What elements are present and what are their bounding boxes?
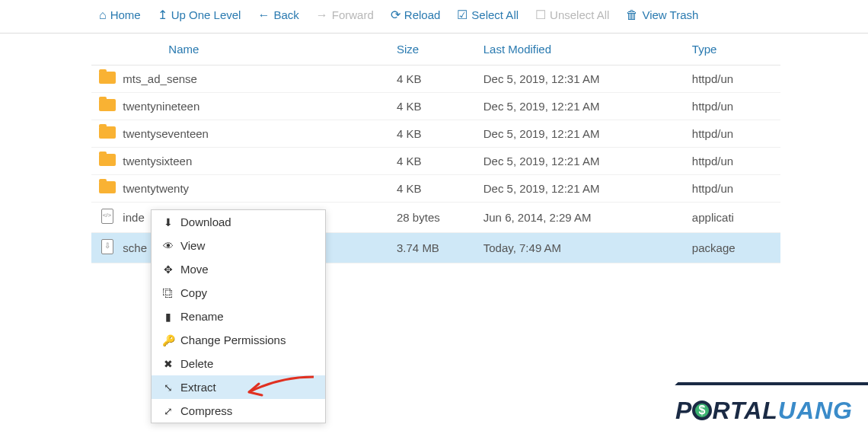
context-permissions-label: Change Permissions: [180, 333, 286, 346]
context-delete-label: Delete: [180, 357, 213, 370]
download-icon: ⬇: [162, 216, 174, 228]
col-size-header[interactable]: Size: [391, 34, 477, 65]
up-one-level-button[interactable]: ↥ Up One Level: [158, 8, 241, 22]
folder-icon: [99, 181, 116, 193]
row-size: 4 KB: [391, 120, 477, 148]
reload-icon: ⟳: [391, 8, 400, 22]
row-name: twentyseventeen: [123, 120, 391, 148]
context-copy[interactable]: ⿻ Copy: [152, 281, 325, 305]
row-name: twentytwenty: [123, 175, 391, 203]
row-type: httpd/un: [686, 120, 780, 148]
row-icon-cell: [91, 148, 123, 175]
row-type: package: [686, 233, 780, 263]
row-icon-cell: [91, 120, 123, 148]
check-icon: ☑: [457, 8, 468, 22]
x-icon: ✖: [162, 358, 174, 370]
context-rename[interactable]: ▮ Rename: [152, 305, 325, 328]
context-move-label: Move: [180, 263, 209, 276]
row-icon-cell: [91, 203, 123, 233]
forward-label: Forward: [332, 8, 374, 21]
eye-icon: 👁: [162, 240, 174, 252]
table-row[interactable]: twentysixteen4 KBDec 5, 2019, 12:21 AMht…: [91, 148, 780, 175]
row-size: 28 bytes: [391, 203, 477, 233]
row-modified: Jun 6, 2014, 2:29 AM: [477, 203, 686, 233]
table-row[interactable]: twentynineteen4 KBDec 5, 2019, 12:21 AMh…: [91, 93, 780, 120]
row-size: 4 KB: [391, 93, 477, 120]
col-icon-header[interactable]: [91, 34, 123, 65]
row-modified: Dec 5, 2019, 12:21 AM: [477, 148, 686, 175]
file-table-wrap: Name Size Last Modified Type mts_ad_sens…: [0, 34, 868, 263]
toolbar: ⌂ Home ↥ Up One Level ← Back → Forward ⟳…: [0, 0, 868, 34]
context-download-label: Download: [180, 215, 231, 228]
code-file-icon: [101, 209, 113, 224]
context-delete[interactable]: ✖ Delete: [152, 352, 325, 375]
copy-icon: ⿻: [162, 287, 174, 299]
home-icon: ⌂: [99, 8, 107, 22]
context-rename-label: Rename: [180, 310, 224, 323]
row-name: twentysixteen: [123, 148, 391, 175]
context-permissions[interactable]: 🔑 Change Permissions: [152, 328, 325, 352]
row-modified: Today, 7:49 AM: [477, 233, 686, 263]
view-trash-label: View Trash: [642, 8, 698, 21]
row-name: twentynineteen: [123, 93, 391, 120]
row-size: 3.74 MB: [391, 233, 477, 263]
row-type: applicati: [686, 203, 780, 233]
context-view[interactable]: 👁 View: [152, 234, 325, 257]
row-modified: Dec 5, 2019, 12:31 AM: [477, 65, 686, 93]
key-icon: 🔑: [162, 334, 174, 346]
col-type-header[interactable]: Type: [686, 34, 780, 65]
context-menu: ⬇ Download 👁 View ✥ Move ⿻ Copy ▮ Rename…: [151, 209, 326, 423]
row-modified: Dec 5, 2019, 12:21 AM: [477, 175, 686, 203]
row-size: 4 KB: [391, 175, 477, 203]
up-arrow-icon: ↥: [158, 8, 168, 22]
select-all-label: Select All: [471, 8, 519, 21]
folder-icon: [99, 72, 116, 84]
reload-button[interactable]: ⟳ Reload: [391, 8, 441, 22]
context-view-label: View: [180, 239, 205, 252]
view-trash-button[interactable]: 🗑 View Trash: [626, 8, 698, 22]
back-button[interactable]: ← Back: [257, 8, 298, 22]
select-all-button[interactable]: ☑ Select All: [457, 8, 519, 22]
row-icon-cell: [91, 65, 123, 93]
row-icon-cell: [91, 175, 123, 203]
row-icon-cell: [91, 233, 123, 263]
watermark-uang: UANG: [778, 397, 853, 424]
table-row[interactable]: twentytwenty4 KBDec 5, 2019, 12:21 AMhtt…: [91, 175, 780, 203]
context-extract-label: Extract: [180, 381, 216, 394]
home-button[interactable]: ⌂ Home: [99, 8, 141, 22]
row-type: httpd/un: [686, 175, 780, 203]
row-modified: Dec 5, 2019, 12:21 AM: [477, 93, 686, 120]
home-label: Home: [110, 8, 141, 21]
row-modified: Dec 5, 2019, 12:21 AM: [477, 120, 686, 148]
watermark-text: P$RTALUANG: [675, 397, 853, 425]
row-size: 4 KB: [391, 65, 477, 93]
row-name: mts_ad_sense: [123, 65, 391, 93]
table-row[interactable]: mts_ad_sense4 KBDec 5, 2019, 12:31 AMhtt…: [91, 65, 780, 93]
up-label: Up One Level: [171, 8, 241, 21]
file-icon: ▮: [162, 311, 174, 323]
move-icon: ✥: [162, 263, 174, 276]
watermark: P$RTALUANG: [624, 382, 868, 434]
row-type: httpd/un: [686, 93, 780, 120]
table-row[interactable]: twentyseventeen4 KBDec 5, 2019, 12:21 AM…: [91, 120, 780, 148]
unselect-all-label: Unselect All: [550, 8, 609, 21]
watermark-coin-icon: $: [692, 400, 712, 420]
context-copy-label: Copy: [180, 286, 207, 299]
context-compress[interactable]: ⤢ Compress: [152, 399, 325, 423]
context-move[interactable]: ✥ Move: [152, 257, 325, 281]
watermark-p: P: [675, 397, 692, 424]
row-icon-cell: [91, 93, 123, 120]
right-arrow-icon: →: [316, 8, 328, 22]
context-download[interactable]: ⬇ Download: [152, 210, 325, 234]
context-extract[interactable]: ⤡ Extract: [152, 375, 325, 399]
expand-icon: ⤡: [162, 381, 174, 394]
forward-button: → Forward: [316, 8, 374, 22]
compress-icon: ⤢: [162, 405, 174, 417]
row-size: 4 KB: [391, 148, 477, 175]
folder-icon: [99, 99, 116, 111]
col-modified-header[interactable]: Last Modified: [477, 34, 686, 65]
reload-label: Reload: [404, 8, 441, 21]
folder-icon: [99, 154, 116, 166]
col-name-header[interactable]: Name: [123, 34, 391, 65]
context-compress-label: Compress: [180, 404, 232, 417]
